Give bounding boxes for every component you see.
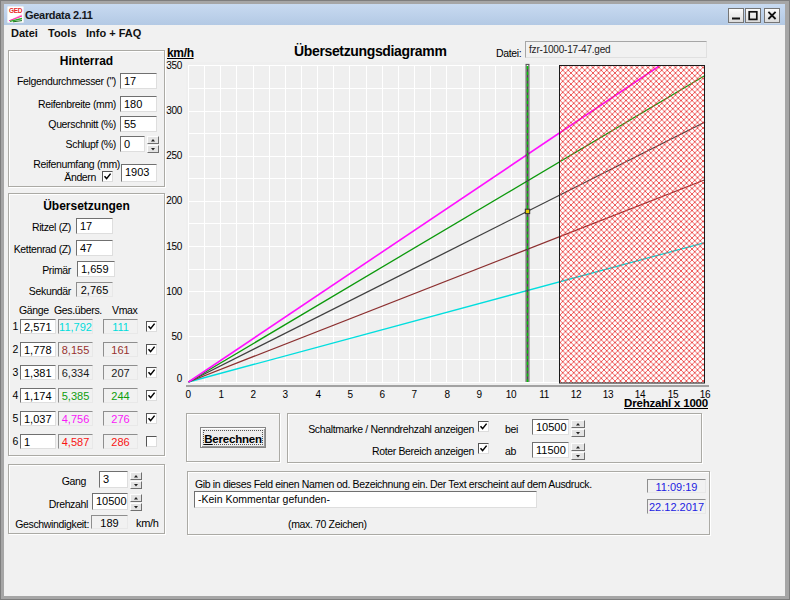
svg-text:GED: GED — [9, 7, 23, 14]
